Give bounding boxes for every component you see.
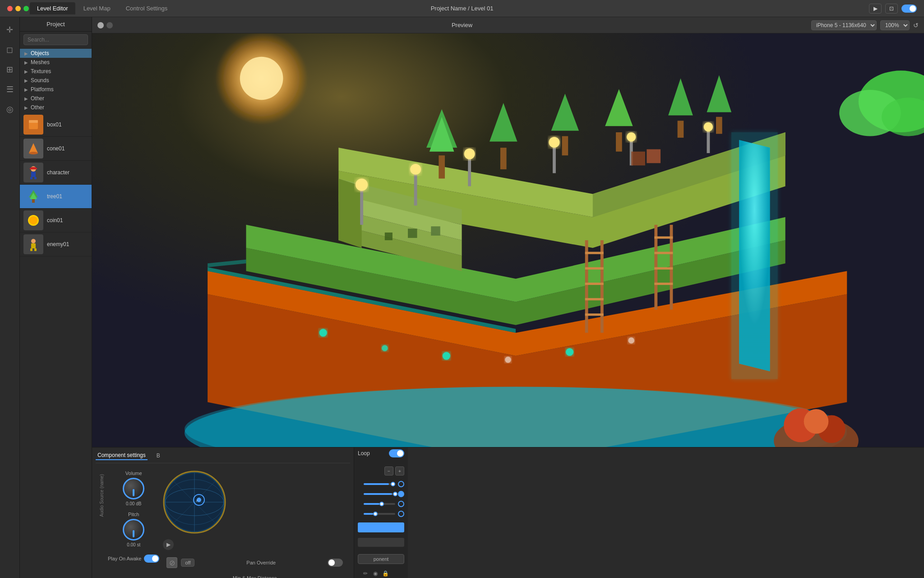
h-slider-thumb-2[interactable]	[393, 492, 397, 496]
panel-header: Project	[20, 17, 92, 32]
svg-point-66	[319, 329, 327, 336]
h-slider-thumb-4[interactable]	[373, 512, 378, 516]
pitch-value: 0.00 st	[127, 542, 140, 547]
knobs-section: Volume 0.00 dB Pitch 0.00 st Play On Awa…	[108, 471, 159, 578]
svg-marker-2	[29, 143, 38, 153]
object-thumb-box01	[23, 115, 43, 135]
inspector-slider-item-4	[358, 511, 404, 517]
eye-icon[interactable]: ◉	[371, 569, 379, 578]
tree-item-other2[interactable]: ▶ Other	[20, 103, 92, 112]
layers-tool[interactable]: ☰	[2, 81, 18, 98]
select-tool[interactable]: ◻	[2, 42, 18, 58]
screen-button[interactable]: ⊡	[885, 4, 898, 14]
svg-point-63	[627, 132, 636, 141]
svg-point-59	[464, 149, 475, 159]
object-label-enemy01: enemy01	[47, 241, 69, 247]
zoom-select[interactable]: 100%	[880, 20, 910, 30]
component-button[interactable]: ponent	[358, 554, 404, 564]
svg-rect-93	[631, 152, 645, 166]
svg-point-69	[505, 357, 511, 363]
svg-rect-94	[647, 149, 661, 163]
tree-item-sounds[interactable]: ▶ Sounds	[20, 76, 92, 85]
tree-item-other1[interactable]: ▶ Other	[20, 94, 92, 103]
tree-item-meshes[interactable]: ▶ Meshes	[20, 58, 92, 67]
minimize-dot[interactable]	[15, 6, 21, 11]
svg-rect-64	[707, 128, 710, 153]
tree-item-objects[interactable]: ▶ Objects	[20, 49, 92, 58]
svg-rect-36	[731, 132, 777, 379]
svg-rect-6	[30, 177, 32, 179]
play-on-awake-toggle[interactable]	[144, 555, 159, 563]
preview-title: Preview	[113, 22, 811, 28]
tree-item-platforms[interactable]: ▶ Platforms	[20, 85, 92, 94]
inspector-circle-4[interactable]	[398, 511, 404, 517]
pan-pattern-btn[interactable]: ⊘	[166, 557, 177, 568]
lock-icon[interactable]: 🔒	[381, 569, 389, 578]
list-item[interactable]: character	[20, 161, 92, 185]
component-tab-b[interactable]: B	[155, 452, 162, 460]
play-on-awake-label: Play On Awake	[108, 556, 141, 561]
preview-bar: Preview iPhone 5 - 1136x640 100% ↺	[92, 17, 924, 33]
component-tab-settings[interactable]: Component settings	[96, 451, 148, 460]
svg-point-15	[31, 239, 36, 243]
list-item[interactable]: cone01	[20, 137, 92, 161]
svg-rect-7	[34, 177, 37, 179]
inspector-circle-3[interactable]	[398, 501, 404, 507]
volume-knob[interactable]	[123, 478, 144, 499]
inspector-slider-item-1	[358, 481, 404, 487]
bottom-area: Component settings B Audio Source (name)…	[92, 447, 924, 578]
blue-bar	[358, 522, 404, 532]
preview-traffic-dots	[97, 22, 113, 28]
minus-button[interactable]: −	[384, 466, 393, 475]
svg-rect-52	[716, 117, 722, 134]
globe-tool[interactable]: ◎	[2, 101, 18, 117]
project-title: Project Name / Level 01	[431, 5, 494, 12]
inspector-circle-1[interactable]	[398, 481, 404, 487]
svg-rect-48	[616, 132, 622, 152]
list-item[interactable]: coin01	[20, 209, 92, 233]
device-dot-2	[106, 22, 113, 28]
device-select[interactable]: iPhone 5 - 1136x640	[811, 20, 877, 30]
refresh-icon[interactable]: ↺	[913, 22, 919, 29]
svg-point-57	[410, 164, 421, 175]
svg-rect-78	[585, 313, 604, 316]
svg-rect-17	[30, 248, 32, 251]
h-slider-4[interactable]	[364, 513, 395, 515]
search-input[interactable]	[23, 34, 88, 45]
svg-rect-0	[29, 122, 38, 129]
loop-toggle[interactable]	[389, 449, 404, 457]
close-dot[interactable]	[7, 6, 13, 11]
audio-sphere-container: ♪	[163, 471, 226, 534]
component-settings: Component settings B Audio Source (name)…	[92, 447, 354, 578]
list-item[interactable]: box01	[20, 113, 92, 137]
play-button[interactable]: ▶	[869, 4, 882, 14]
inspector-circle-2[interactable]	[398, 491, 404, 497]
object-label-tree01: tree01	[47, 193, 62, 200]
h-slider-1[interactable]	[364, 483, 395, 485]
top-toggle[interactable]	[901, 5, 917, 13]
h-slider-2[interactable]	[364, 493, 395, 495]
pitch-knob[interactable]	[123, 519, 144, 541]
list-item[interactable]: tree01	[20, 185, 92, 209]
edit-icon[interactable]: ✏	[361, 569, 370, 578]
h-slider-thumb-3[interactable]	[379, 502, 384, 506]
grid-tool[interactable]: ⊞	[2, 61, 18, 78]
play-transport: ▶	[163, 537, 346, 552]
arrow-icon: ▶	[24, 51, 28, 56]
h-slider-3[interactable]	[364, 503, 395, 505]
tree-item-textures[interactable]: ▶ Textures	[20, 67, 92, 76]
h-slider-thumb-1[interactable]	[391, 482, 395, 486]
tab-level-map[interactable]: Level Map	[76, 2, 118, 14]
list-item[interactable]: enemy01	[20, 233, 92, 256]
play-transport-btn[interactable]: ▶	[163, 539, 174, 550]
maximize-dot[interactable]	[23, 6, 29, 11]
cursor-tool[interactable]: ✛	[2, 22, 18, 38]
pan-override-toggle[interactable]	[328, 559, 343, 567]
pan-off-button[interactable]: off	[181, 559, 194, 567]
arrow-icon: ▶	[24, 69, 28, 74]
svg-rect-74	[585, 252, 604, 254]
tab-level-editor[interactable]: Level Editor	[30, 2, 75, 14]
plus-button[interactable]: +	[395, 466, 404, 475]
tab-control-settings[interactable]: Control Settings	[119, 2, 175, 14]
preview-canvas[interactable]	[92, 33, 924, 447]
